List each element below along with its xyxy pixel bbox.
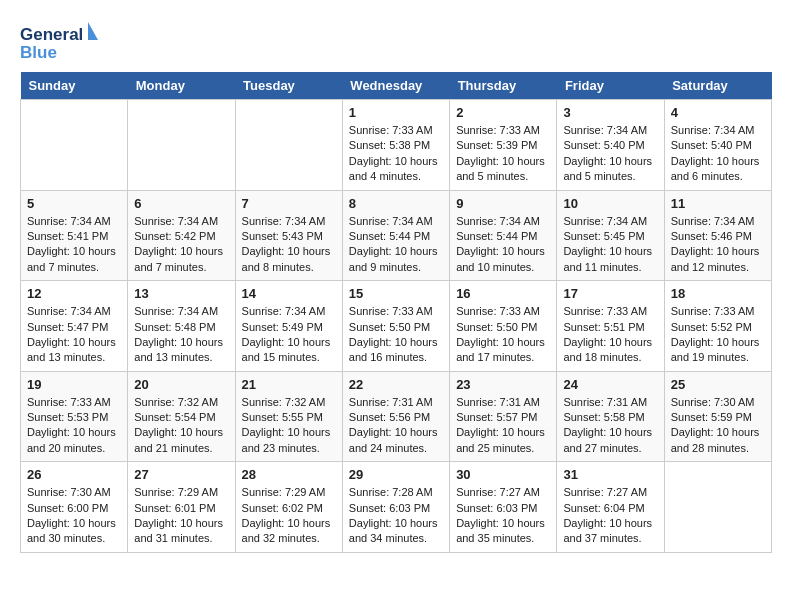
daylight-text: Daylight: 10 hours and 34 minutes. [349,516,443,547]
calendar-cell: 3Sunrise: 7:34 AMSunset: 5:40 PMDaylight… [557,100,664,191]
sunset-text: Sunset: 6:01 PM [134,501,228,516]
week-row-2: 5Sunrise: 7:34 AMSunset: 5:41 PMDaylight… [21,190,772,281]
day-number: 11 [671,196,765,211]
sunset-text: Sunset: 6:04 PM [563,501,657,516]
cell-content: Sunrise: 7:34 AMSunset: 5:43 PMDaylight:… [242,214,336,276]
sunrise-text: Sunrise: 7:34 AM [563,214,657,229]
day-number: 29 [349,467,443,482]
day-number: 25 [671,377,765,392]
sunset-text: Sunset: 5:42 PM [134,229,228,244]
header-row: SundayMondayTuesdayWednesdayThursdayFrid… [21,72,772,100]
sunset-text: Sunset: 5:51 PM [563,320,657,335]
cell-content: Sunrise: 7:34 AMSunset: 5:40 PMDaylight:… [671,123,765,185]
sunset-text: Sunset: 5:45 PM [563,229,657,244]
sunrise-text: Sunrise: 7:31 AM [349,395,443,410]
day-number: 24 [563,377,657,392]
daylight-text: Daylight: 10 hours and 19 minutes. [671,335,765,366]
sunset-text: Sunset: 5:41 PM [27,229,121,244]
sunrise-text: Sunrise: 7:27 AM [456,485,550,500]
cell-content: Sunrise: 7:29 AMSunset: 6:01 PMDaylight:… [134,485,228,547]
daylight-text: Daylight: 10 hours and 5 minutes. [563,154,657,185]
sunset-text: Sunset: 5:44 PM [456,229,550,244]
sunset-text: Sunset: 6:03 PM [456,501,550,516]
cell-content: Sunrise: 7:34 AMSunset: 5:45 PMDaylight:… [563,214,657,276]
cell-content: Sunrise: 7:27 AMSunset: 6:03 PMDaylight:… [456,485,550,547]
day-header-sunday: Sunday [21,72,128,100]
cell-content: Sunrise: 7:31 AMSunset: 5:58 PMDaylight:… [563,395,657,457]
cell-content: Sunrise: 7:31 AMSunset: 5:56 PMDaylight:… [349,395,443,457]
day-number: 9 [456,196,550,211]
calendar-cell: 19Sunrise: 7:33 AMSunset: 5:53 PMDayligh… [21,371,128,462]
sunset-text: Sunset: 5:53 PM [27,410,121,425]
daylight-text: Daylight: 10 hours and 37 minutes. [563,516,657,547]
day-number: 2 [456,105,550,120]
day-number: 19 [27,377,121,392]
cell-content: Sunrise: 7:34 AMSunset: 5:46 PMDaylight:… [671,214,765,276]
sunset-text: Sunset: 5:48 PM [134,320,228,335]
svg-text:General: General [20,25,83,44]
day-number: 30 [456,467,550,482]
cell-content: Sunrise: 7:30 AMSunset: 5:59 PMDaylight:… [671,395,765,457]
daylight-text: Daylight: 10 hours and 5 minutes. [456,154,550,185]
day-header-thursday: Thursday [450,72,557,100]
cell-content: Sunrise: 7:33 AMSunset: 5:39 PMDaylight:… [456,123,550,185]
calendar-cell: 14Sunrise: 7:34 AMSunset: 5:49 PMDayligh… [235,281,342,372]
daylight-text: Daylight: 10 hours and 35 minutes. [456,516,550,547]
sunrise-text: Sunrise: 7:30 AM [27,485,121,500]
calendar-cell: 7Sunrise: 7:34 AMSunset: 5:43 PMDaylight… [235,190,342,281]
cell-content: Sunrise: 7:28 AMSunset: 6:03 PMDaylight:… [349,485,443,547]
calendar-cell [664,462,771,553]
sunrise-text: Sunrise: 7:33 AM [671,304,765,319]
calendar-cell: 2Sunrise: 7:33 AMSunset: 5:39 PMDaylight… [450,100,557,191]
day-number: 22 [349,377,443,392]
sunrise-text: Sunrise: 7:33 AM [349,123,443,138]
calendar-cell: 13Sunrise: 7:34 AMSunset: 5:48 PMDayligh… [128,281,235,372]
calendar-cell: 9Sunrise: 7:34 AMSunset: 5:44 PMDaylight… [450,190,557,281]
daylight-text: Daylight: 10 hours and 9 minutes. [349,244,443,275]
cell-content: Sunrise: 7:34 AMSunset: 5:41 PMDaylight:… [27,214,121,276]
daylight-text: Daylight: 10 hours and 32 minutes. [242,516,336,547]
day-number: 28 [242,467,336,482]
sunset-text: Sunset: 5:43 PM [242,229,336,244]
calendar-cell: 21Sunrise: 7:32 AMSunset: 5:55 PMDayligh… [235,371,342,462]
calendar-table: SundayMondayTuesdayWednesdayThursdayFrid… [20,72,772,553]
sunrise-text: Sunrise: 7:33 AM [563,304,657,319]
daylight-text: Daylight: 10 hours and 18 minutes. [563,335,657,366]
day-number: 16 [456,286,550,301]
daylight-text: Daylight: 10 hours and 24 minutes. [349,425,443,456]
calendar-cell: 17Sunrise: 7:33 AMSunset: 5:51 PMDayligh… [557,281,664,372]
sunrise-text: Sunrise: 7:34 AM [671,123,765,138]
day-number: 17 [563,286,657,301]
sunset-text: Sunset: 5:49 PM [242,320,336,335]
daylight-text: Daylight: 10 hours and 6 minutes. [671,154,765,185]
logo-svg: General Blue [20,20,100,62]
calendar-cell [128,100,235,191]
daylight-text: Daylight: 10 hours and 23 minutes. [242,425,336,456]
cell-content: Sunrise: 7:34 AMSunset: 5:49 PMDaylight:… [242,304,336,366]
day-number: 1 [349,105,443,120]
daylight-text: Daylight: 10 hours and 27 minutes. [563,425,657,456]
cell-content: Sunrise: 7:31 AMSunset: 5:57 PMDaylight:… [456,395,550,457]
daylight-text: Daylight: 10 hours and 4 minutes. [349,154,443,185]
cell-content: Sunrise: 7:32 AMSunset: 5:54 PMDaylight:… [134,395,228,457]
daylight-text: Daylight: 10 hours and 11 minutes. [563,244,657,275]
day-header-tuesday: Tuesday [235,72,342,100]
sunset-text: Sunset: 5:55 PM [242,410,336,425]
cell-content: Sunrise: 7:34 AMSunset: 5:44 PMDaylight:… [456,214,550,276]
day-number: 6 [134,196,228,211]
calendar-cell: 4Sunrise: 7:34 AMSunset: 5:40 PMDaylight… [664,100,771,191]
calendar-cell [21,100,128,191]
calendar-cell: 16Sunrise: 7:33 AMSunset: 5:50 PMDayligh… [450,281,557,372]
sunset-text: Sunset: 5:39 PM [456,138,550,153]
day-number: 20 [134,377,228,392]
day-number: 10 [563,196,657,211]
svg-marker-1 [88,22,98,40]
daylight-text: Daylight: 10 hours and 7 minutes. [134,244,228,275]
calendar-cell: 28Sunrise: 7:29 AMSunset: 6:02 PMDayligh… [235,462,342,553]
sunset-text: Sunset: 5:40 PM [563,138,657,153]
cell-content: Sunrise: 7:34 AMSunset: 5:40 PMDaylight:… [563,123,657,185]
calendar-cell: 11Sunrise: 7:34 AMSunset: 5:46 PMDayligh… [664,190,771,281]
sunrise-text: Sunrise: 7:34 AM [242,304,336,319]
daylight-text: Daylight: 10 hours and 21 minutes. [134,425,228,456]
sunrise-text: Sunrise: 7:34 AM [134,214,228,229]
